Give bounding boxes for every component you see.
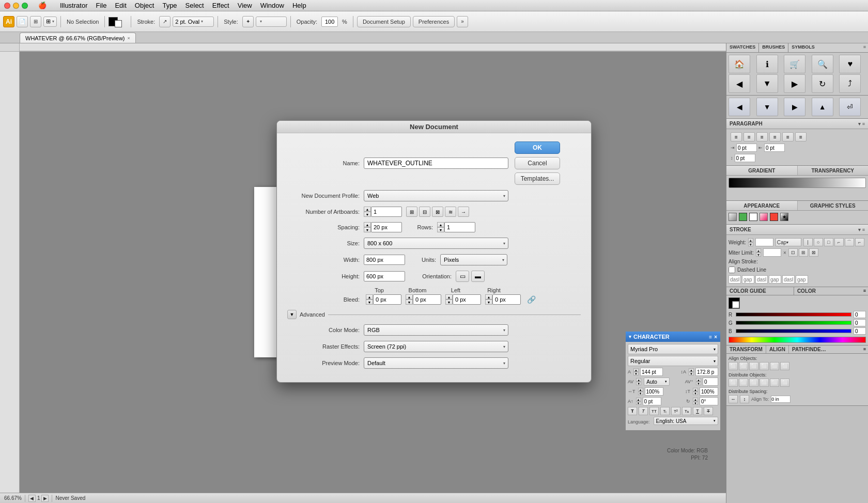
transform-tab[interactable]: TRANSFORM [726, 345, 766, 353]
menu-file[interactable]: File [91, 2, 111, 9]
align-top-obj-btn[interactable]: ⬜ [760, 362, 769, 370]
join-miter-btn[interactable]: ⌐ [834, 238, 844, 246]
rows-input[interactable] [444, 222, 475, 232]
units-dropdown[interactable]: Pixels [440, 254, 507, 265]
swatch-info[interactable]: ℹ [756, 55, 778, 73]
raster-dropdown[interactable]: Screen (72 ppi) [364, 341, 508, 352]
miter-up-btn[interactable]: ▲ [756, 248, 761, 253]
icon-up-arr[interactable]: ▲ [812, 98, 833, 116]
weight-down-btn[interactable]: ▼ [748, 242, 753, 246]
align-center-stroke-btn[interactable]: ⊡ [788, 248, 798, 257]
super-btn[interactable]: T² [671, 407, 680, 415]
tracking-up-btn[interactable]: ▲ [696, 378, 701, 382]
kerning-down-btn[interactable]: ▼ [636, 382, 641, 385]
baseline-up-btn[interactable]: ▲ [636, 398, 641, 401]
miter-input[interactable] [763, 248, 781, 257]
swatch-fwd[interactable]: ▶ [784, 74, 805, 93]
distrib-center-btn[interactable]: ⬜ [739, 379, 748, 387]
tab-close-btn[interactable]: × [128, 36, 130, 41]
gradient-tab[interactable]: GRADIENT [726, 166, 798, 175]
color-mode-dropdown[interactable]: RGB [364, 324, 508, 336]
width-input[interactable] [364, 255, 405, 265]
b-input[interactable] [854, 327, 866, 335]
align-inside-stroke-btn[interactable]: ⊞ [799, 248, 808, 257]
g-slider[interactable] [736, 321, 851, 325]
baseline-input[interactable] [643, 397, 661, 405]
leading-up-btn[interactable]: ▲ [689, 368, 694, 372]
rotate-down-btn[interactable]: ▼ [693, 401, 698, 405]
chain-link-icon[interactable]: 🔗 [527, 295, 536, 304]
justify-all-btn[interactable]: ≡ [782, 132, 794, 142]
bleed-bottom-input[interactable] [413, 294, 441, 305]
align-center-obj-btn[interactable]: ⬜ [739, 362, 748, 370]
stroke-menu-icon[interactable]: ≡ [862, 227, 865, 232]
next-page-btn[interactable]: ▶ [41, 495, 49, 502]
brushes-tab[interactable]: BRUSHES [759, 43, 788, 52]
rows-up-btn[interactable]: ▲ [437, 222, 444, 227]
graphic-styles-tab[interactable]: GRAPHIC STYLES [798, 201, 869, 210]
distrib-middle-btn[interactable]: ⬜ [770, 379, 779, 387]
distrib-right-btn[interactable]: ⬜ [749, 379, 758, 387]
character-header[interactable]: ▾ CHARACTER ≡ × [626, 332, 720, 342]
tracking-input[interactable] [703, 378, 718, 386]
appear-swatch-3[interactable] [749, 213, 757, 221]
align-middle-obj-btn[interactable]: ⬜ [770, 362, 779, 370]
appear-swatch-5[interactable] [770, 213, 778, 221]
align-right-btn[interactable]: ≡ [756, 132, 768, 142]
spacing-input[interactable] [371, 222, 402, 232]
font-size-input[interactable] [640, 368, 663, 376]
bleed-right-down[interactable]: ▼ [485, 300, 492, 305]
templates-button[interactable]: Templates... [515, 172, 560, 185]
char-menu-icon[interactable]: ≡ [709, 334, 712, 340]
view-mode-btn[interactable]: ⊞ [30, 16, 41, 27]
opacity-input[interactable] [321, 17, 338, 27]
g-input[interactable] [854, 319, 866, 326]
icon-left-arr[interactable]: ◀ [729, 98, 750, 116]
b-slider[interactable] [736, 329, 851, 333]
scale-v-input[interactable] [700, 387, 718, 396]
justify-btn[interactable]: ≡ [769, 132, 781, 142]
swatch-rotate[interactable]: ↻ [812, 74, 833, 93]
appear-swatch-4[interactable] [760, 213, 768, 221]
miter-down-btn[interactable]: ▼ [756, 253, 761, 257]
align-left-btn[interactable]: ≡ [731, 132, 742, 142]
more-btn[interactable]: » [457, 16, 468, 27]
cancel-button[interactable]: Cancel [515, 157, 560, 169]
tracking-down-btn[interactable]: ▼ [696, 382, 701, 385]
bleed-left-up[interactable]: ▲ [445, 294, 453, 300]
underline-btn[interactable]: T [693, 407, 702, 415]
stroke-icon-btn[interactable]: ↗ [159, 16, 171, 27]
swatch-back[interactable]: ◀ [729, 74, 750, 93]
italic-btn[interactable]: T [639, 407, 648, 415]
dashed-checkbox[interactable] [729, 266, 735, 273]
fg-color-box[interactable] [729, 297, 740, 309]
cap-round-btn[interactable]: ○ [814, 238, 823, 246]
rows-down-btn[interactable]: ▼ [437, 227, 444, 232]
icon-down-arr[interactable]: ▼ [756, 98, 778, 116]
cap-butt-btn[interactable]: | [803, 238, 813, 246]
distrib-bottom-btn[interactable]: ⬜ [780, 379, 789, 387]
paragraph-collapse-icon[interactable]: ▾ [858, 121, 861, 127]
gap-input-3[interactable] [796, 275, 808, 284]
dash-input-1[interactable] [729, 275, 741, 284]
leading-down-btn[interactable]: ▼ [689, 372, 694, 375]
height-input[interactable] [364, 271, 405, 281]
swatches-tab[interactable]: SWATCHES [726, 43, 759, 52]
swatch-heart[interactable]: ♥ [839, 55, 861, 73]
bleed-top-up[interactable]: ▲ [366, 294, 373, 300]
bold-btn[interactable]: T [628, 407, 637, 415]
dash-input-3[interactable] [782, 275, 795, 284]
font-style-dropdown[interactable]: Regular ▾ [628, 356, 718, 366]
maximize-window-btn[interactable] [22, 3, 28, 9]
swatch-rss[interactable]: ⤴ [839, 74, 861, 93]
leading-input[interactable] [695, 368, 718, 376]
bleed-left-input[interactable] [453, 294, 481, 305]
kerning-up-btn[interactable]: ▲ [636, 378, 641, 382]
gap-input-1[interactable] [742, 275, 754, 284]
rotate-input[interactable] [700, 397, 718, 405]
join-round-btn[interactable]: ⌒ [845, 238, 854, 246]
rotate-up-btn[interactable]: ▲ [693, 398, 698, 401]
appear-swatch-1[interactable] [729, 213, 737, 221]
bleed-right-up[interactable]: ▲ [485, 294, 492, 300]
portrait-btn[interactable]: ▭ [456, 271, 469, 282]
